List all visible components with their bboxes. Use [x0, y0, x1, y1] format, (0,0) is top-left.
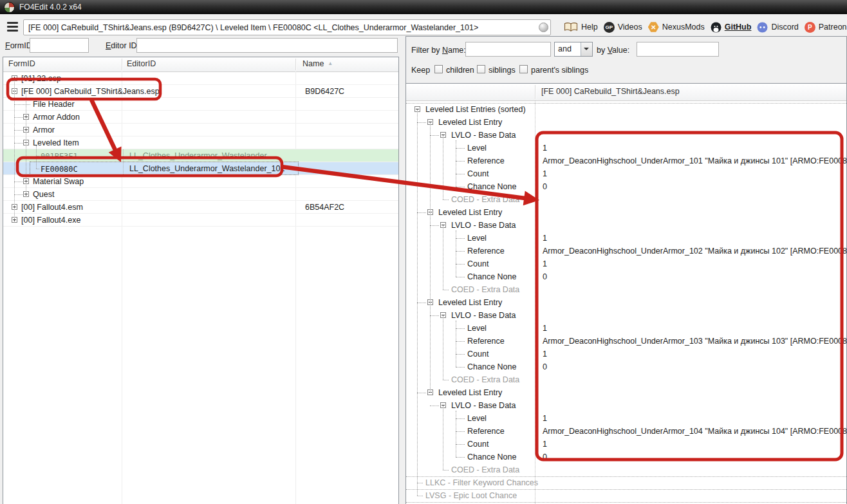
row-label: Reference [467, 156, 505, 165]
filter-name-input[interactable] [465, 42, 551, 57]
help-label: Help [581, 23, 598, 32]
tree-connector [443, 200, 449, 200]
record-row[interactable]: Level1 [406, 322, 846, 335]
record-row[interactable]: ReferenceArmor_DeaconHighschool_UnderArm… [406, 335, 846, 348]
record-row[interactable]: Count1 [406, 438, 846, 451]
record-row[interactable]: ReferenceArmor_DeaconHighschool_UnderArm… [406, 154, 846, 167]
nexusmods-icon: ✕ [648, 22, 659, 33]
github-link[interactable]: GitHub [711, 22, 752, 33]
record-row[interactable]: Chance None0 [406, 360, 846, 373]
tree-connector [456, 264, 465, 265]
view-panel: Filter by Name: and by Value: Keep child… [405, 36, 847, 504]
tree-row[interactable]: FE00080CLL_Clothes_Underarmor_Wastelande… [3, 162, 398, 175]
tree-row[interactable]: 001BE3F1LL_Clothes_Underarmor_Wastelande… [3, 149, 398, 162]
tree-row[interactable]: [00] Fallout4.exe [3, 214, 398, 227]
row-value: 1 [543, 324, 547, 333]
record-row[interactable]: Count1 [406, 348, 846, 360]
tree-connector [456, 161, 465, 162]
nexusmods-link[interactable]: ✕NexusMods [648, 22, 705, 33]
tree-row[interactable]: Armor Addon [3, 111, 398, 124]
sphere-icon[interactable] [539, 23, 548, 32]
record-row[interactable]: ReferenceArmor_DeaconHighschool_UnderArm… [406, 245, 846, 257]
record-row[interactable]: Leveled List Entry [406, 386, 846, 399]
row-label: Leveled List Entry [438, 118, 502, 127]
tree-row[interactable]: Quest [3, 188, 398, 201]
plugin-tree-panel: FormID EditorID Name▲ [01] 22.esp[FE 000… [3, 57, 399, 504]
keep-children-checkbox[interactable] [434, 65, 443, 73]
col-editorid[interactable]: EditorID [127, 59, 156, 68]
record-row[interactable]: Level1 [406, 232, 846, 245]
record-row[interactable]: Leveled List Entries (sorted) [406, 103, 846, 116]
tree-connector [443, 290, 449, 290]
tree-connector [430, 135, 439, 136]
record-row[interactable]: Leveled List Entry [406, 116, 846, 129]
left-column-header[interactable]: FormID EditorID Name▲ [3, 57, 398, 72]
record-row[interactable]: COED - Extra Data [406, 193, 846, 206]
tree-connector [456, 187, 465, 187]
col-formid[interactable]: FormID [8, 59, 35, 68]
row-label: Reference [467, 337, 505, 346]
tree-connector [430, 122, 431, 393]
record-row[interactable]: LVLO - Base Data [406, 219, 846, 232]
tree-connector [417, 109, 418, 496]
plugin-column-header[interactable]: [FE 000] CaRebuild_TShirt&Jeans.esp [406, 84, 846, 101]
help-icon [564, 22, 578, 32]
tree-row[interactable]: Leveled Item [3, 136, 398, 149]
record-row[interactable]: Leveled List Entry [406, 206, 846, 219]
record-row[interactable]: LVSG - Epic Loot Chance [406, 489, 846, 502]
record-row[interactable]: Leveled List Entry [406, 296, 846, 309]
github-label: GitHub [725, 23, 752, 32]
editorid-input[interactable] [136, 38, 398, 53]
app-icon [4, 2, 15, 13]
record-row[interactable]: ReferenceArmor_DeaconHighschool_UnderArm… [406, 425, 846, 438]
tree-row[interactable]: Armor [3, 124, 398, 136]
tree-connector [430, 406, 439, 406]
row-label: Level [467, 234, 487, 243]
tree-row[interactable]: [00] Fallout4.esm6B54AF2C [3, 201, 398, 214]
plugin-column-title[interactable]: [FE 000] CaRebuild_TShirt&Jeans.esp [541, 87, 680, 96]
record-row[interactable]: LVLO - Base Data [406, 399, 846, 412]
record-row[interactable]: LLKC - Filter Keyword Chances [406, 476, 846, 489]
row-label: Chance None [467, 362, 516, 371]
tree-row[interactable]: [FE 000] CaRebuild_TShirt&Jeans.espB9D64… [3, 85, 398, 98]
col-name[interactable]: Name▲ [302, 59, 333, 68]
discord-icon [757, 22, 768, 33]
left-tree-rows: [01] 22.esp[FE 000] CaRebuild_TShirt&Jea… [3, 72, 398, 227]
row-label: Level [467, 324, 487, 333]
patreon-link[interactable]: PPatreon [805, 22, 847, 33]
row-formid: [01] 22.esp [21, 74, 61, 83]
record-row[interactable]: Level1 [406, 412, 846, 425]
breadcrumb[interactable]: [FE 000] CaRebuild_TShirt&Jeans.esp (B9D… [23, 19, 551, 35]
keep-siblings-checkbox[interactable] [477, 65, 485, 73]
tree-row[interactable]: File Header [3, 98, 398, 111]
tree-row[interactable]: [01] 22.esp [3, 72, 398, 85]
record-row[interactable]: Level1 [406, 142, 846, 154]
record-row[interactable]: COED - Extra Data [406, 373, 846, 386]
chevron-down-icon[interactable] [581, 42, 592, 56]
menu-icon[interactable] [7, 22, 18, 32]
formid-input[interactable] [30, 38, 89, 53]
record-row[interactable]: Count1 [406, 257, 846, 270]
tree-row[interactable]: Material Swap [3, 175, 398, 188]
record-row[interactable]: Chance None0 [406, 180, 846, 193]
tree-connector [14, 117, 23, 118]
discord-link[interactable]: Discord [757, 22, 798, 33]
record-row[interactable]: Chance None0 [406, 451, 846, 463]
record-row[interactable]: COED - Extra Data [406, 463, 846, 476]
right-tree-rows: Leveled List Entries (sorted)Leveled Lis… [406, 103, 846, 504]
filter-operator-select[interactable]: and [554, 42, 593, 57]
record-row[interactable]: Count1 [406, 167, 846, 180]
tree-connector [417, 393, 426, 393]
help-link[interactable]: Help [564, 22, 598, 32]
record-row[interactable]: LVLO - Base Data [406, 309, 846, 322]
filter-value-input[interactable] [637, 42, 719, 57]
row-label: Reference [467, 427, 505, 436]
record-row[interactable]: LVLO - Base Data [406, 129, 846, 142]
videos-link[interactable]: GPVideos [604, 22, 642, 33]
section-separator [406, 489, 846, 490]
record-row[interactable]: Chance None0 [406, 270, 846, 283]
keep-parents-siblings-checkbox[interactable] [519, 65, 528, 73]
record-row[interactable]: COED - Extra Data [406, 283, 846, 296]
keep-label: Keep [411, 66, 430, 75]
tree-connector [26, 91, 26, 194]
